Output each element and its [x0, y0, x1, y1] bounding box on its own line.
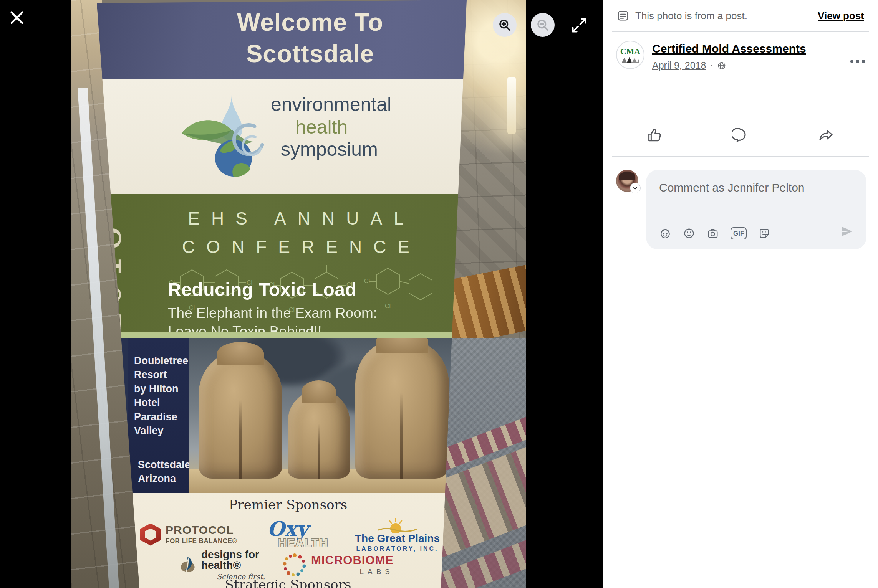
- more-options-icon: [850, 60, 853, 63]
- great-plains-logo: The Great Plains LABORATORY, INC.: [355, 517, 440, 552]
- banner-welcome-section: Welcome To Scottsdale: [71, 0, 526, 79]
- photo-viewer-stage: Welcome To Scottsdale: [0, 0, 603, 588]
- more-options-button[interactable]: [850, 41, 865, 71]
- elephant-adult-left: [199, 352, 282, 479]
- comment-composer: Comment as Jennifer Pelton: [616, 170, 866, 249]
- post-author-row: CMA Certified Mold Assessments April 9, …: [616, 41, 865, 71]
- microbiome-labs-logo: MICROBIOME LABS: [283, 553, 394, 577]
- like-icon: [647, 127, 663, 143]
- svg-text:Cl: Cl: [385, 303, 391, 309]
- strategic-sponsors-title: Strategic Sponsors: [136, 577, 440, 588]
- like-button[interactable]: [612, 114, 698, 156]
- venue-text: Doubletree Resort by Hilton Hotel Paradi…: [128, 338, 189, 493]
- ehs-logo-text: environmental health symposium: [271, 93, 391, 161]
- photo-of-conference-banner: Welcome To Scottsdale: [71, 0, 526, 588]
- gif-button[interactable]: GIF: [731, 227, 747, 239]
- welcome-text: Welcome To: [71, 7, 526, 38]
- view-post-link[interactable]: View post: [818, 10, 864, 22]
- photo-viewer-app: Welcome To Scottsdale: [0, 0, 878, 588]
- divider: [612, 31, 869, 32]
- ehs-logo-icon: [174, 87, 270, 183]
- dot-separator: ·: [710, 60, 713, 71]
- share-icon: [818, 127, 834, 143]
- avatar-sticker-button[interactable]: [659, 227, 671, 239]
- post-info-panel: This photo is from a post. View post CMA…: [603, 0, 878, 588]
- zoom-in-icon: [498, 18, 512, 32]
- zoom-out-button[interactable]: [531, 13, 555, 37]
- page-avatar-art: [622, 56, 639, 63]
- oxyhealth-logo: Oxy HEALTH: [267, 519, 325, 550]
- expand-icon: [571, 17, 588, 34]
- globe-privacy-icon: [717, 61, 726, 70]
- protocol-logo: PROTOCOL FOR LIFE BALANCE®: [140, 524, 237, 546]
- elephant-adult-right: [355, 340, 449, 479]
- divider: [612, 156, 869, 157]
- protocol-hexagon-icon: [140, 524, 161, 546]
- photo-from-post-message: This photo is from a post.: [635, 10, 747, 22]
- zoom-out-icon: [536, 18, 550, 32]
- send-icon: [840, 225, 853, 238]
- elephant-calf: [288, 390, 350, 479]
- microbiome-dots-icon: [283, 553, 306, 577]
- close-button[interactable]: [8, 9, 25, 26]
- sticker-icon: [758, 227, 770, 239]
- post-actions-row: [612, 114, 869, 156]
- conference-title: EHS ANNUAL CONFERENCE: [167, 205, 436, 261]
- page-avatar-initials: CMA: [620, 47, 641, 56]
- designs-for-health-logo: designs for health® Science first.: [179, 549, 283, 581]
- camera-button[interactable]: [707, 227, 719, 239]
- sticker-button[interactable]: [758, 227, 770, 239]
- send-comment-button[interactable]: [840, 225, 853, 239]
- user-avatar[interactable]: [616, 170, 638, 192]
- emoji-button[interactable]: [683, 227, 695, 239]
- comment-placeholder: Comment as Jennifer Pelton: [659, 181, 853, 194]
- fullscreen-button[interactable]: [571, 17, 588, 34]
- comment-input[interactable]: Comment as Jennifer Pelton: [646, 170, 866, 249]
- close-icon: [8, 9, 25, 26]
- camera-icon: [707, 227, 719, 239]
- switch-identity-badge[interactable]: [630, 183, 641, 193]
- chevron-down-icon: [633, 185, 638, 191]
- wall-sconce-light: [507, 77, 516, 134]
- panel-header: This photo is from a post. View post: [603, 0, 878, 31]
- banner-logo-section: environmental health symposium: [71, 79, 526, 194]
- zoom-in-button[interactable]: [493, 13, 517, 37]
- share-button[interactable]: [783, 114, 869, 156]
- post-document-icon: [617, 10, 629, 22]
- page-name-link[interactable]: Certified Mold Assessments: [652, 42, 806, 55]
- page-avatar[interactable]: CMA: [616, 41, 644, 69]
- premier-sponsors-title: Premier Sponsors: [136, 497, 440, 512]
- emoji-icon: [683, 227, 695, 239]
- avatar-sticker-icon: [659, 227, 671, 239]
- dfh-swirl-icon: [179, 553, 197, 577]
- welcome-text: Scottsdale: [71, 38, 526, 70]
- comment-button[interactable]: [698, 114, 784, 156]
- post-date-link[interactable]: April 9, 2018: [652, 60, 706, 71]
- comment-icon: [732, 127, 749, 143]
- sun-icon: [376, 517, 419, 533]
